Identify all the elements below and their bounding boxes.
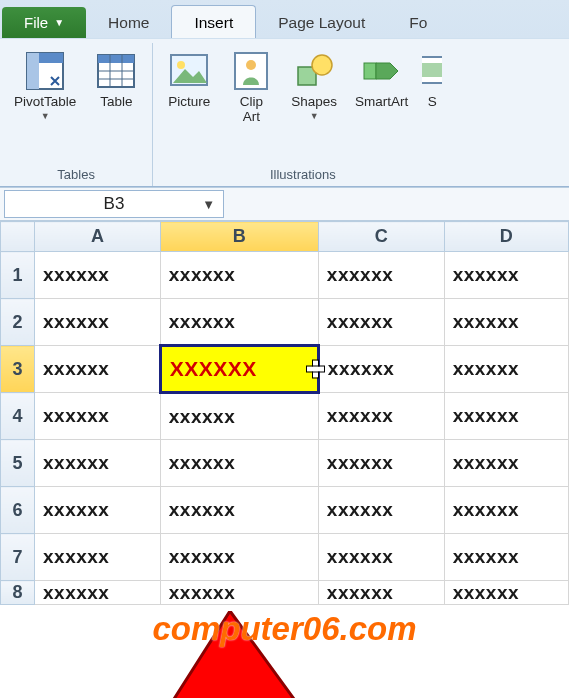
cell[interactable]: xxxxxx: [160, 252, 318, 299]
cell[interactable]: xxxxxx: [35, 581, 161, 605]
row-header[interactable]: 3: [1, 346, 35, 393]
file-tab-label: File: [24, 14, 48, 31]
cell[interactable]: xxxxxx: [35, 534, 161, 581]
chevron-down-icon[interactable]: ▼: [202, 197, 215, 212]
cell[interactable]: xxxxxx: [35, 487, 161, 534]
group-tables: PivotTable ▼ Table Tables: [0, 43, 153, 186]
cell[interactable]: xxxxxx: [160, 299, 318, 346]
cell[interactable]: xxxxxx: [160, 487, 318, 534]
cell[interactable]: xxxxxx: [444, 346, 568, 393]
row-header[interactable]: 5: [1, 440, 35, 487]
ribbon-tabs: File ▼ Home Insert Page Layout Fo: [0, 0, 569, 38]
group-label-illustrations: Illustrations: [163, 165, 442, 186]
svg-point-10: [177, 61, 185, 69]
cell[interactable]: xxxxxx: [444, 393, 568, 440]
cell[interactable]: xxxxxx: [444, 252, 568, 299]
tutorial-arrow-icon: [150, 611, 370, 698]
select-all-corner[interactable]: [1, 222, 35, 252]
chevron-down-icon: ▼: [54, 17, 64, 28]
chevron-down-icon: ▼: [310, 112, 319, 122]
screenshot-button[interactable]: S: [422, 47, 442, 165]
cell[interactable]: xxxxxx: [160, 534, 318, 581]
watermark-text: computer06.com: [152, 610, 416, 648]
cell[interactable]: xxxxxx: [444, 299, 568, 346]
pivottable-button[interactable]: PivotTable ▼: [10, 47, 80, 165]
cell[interactable]: xxxxxx: [35, 299, 161, 346]
cell[interactable]: xxxxxx: [444, 581, 568, 605]
row-header[interactable]: 8: [1, 581, 35, 605]
row-header[interactable]: 4: [1, 393, 35, 440]
row-header[interactable]: 7: [1, 534, 35, 581]
ribbon: File ▼ Home Insert Page Layout Fo PivotT…: [0, 0, 569, 187]
worksheet-grid[interactable]: ABCD1xxxxxxxxxxxxxxxxxxxxxxxx2xxxxxxxxxx…: [0, 221, 569, 605]
cell[interactable]: xxxxxx: [160, 581, 318, 605]
cell[interactable]: xxxxxx: [318, 581, 444, 605]
ribbon-body: PivotTable ▼ Table Tables: [0, 38, 569, 186]
clipart-button[interactable]: Clip Art: [225, 47, 277, 165]
cell[interactable]: xxxxxx: [318, 299, 444, 346]
picture-icon: [167, 49, 211, 93]
column-header[interactable]: A: [35, 222, 161, 252]
selected-cell[interactable]: XXXXXX: [160, 346, 318, 393]
row-header[interactable]: 1: [1, 252, 35, 299]
cell[interactable]: xxxxxx: [318, 534, 444, 581]
formula-bar-row: B3 ▼: [0, 187, 569, 221]
column-header[interactable]: B: [160, 222, 318, 252]
tab-page-layout[interactable]: Page Layout: [256, 6, 387, 38]
smartart-button[interactable]: SmartArt: [351, 47, 412, 165]
tab-home[interactable]: Home: [86, 6, 171, 38]
row-header[interactable]: 6: [1, 487, 35, 534]
cell[interactable]: xxxxxx: [160, 440, 318, 487]
table-button[interactable]: Table: [90, 47, 142, 165]
smartart-icon: [360, 49, 404, 93]
cell[interactable]: xxxxxx: [35, 346, 161, 393]
shapes-icon: [292, 49, 336, 93]
name-box[interactable]: B3 ▼: [4, 190, 224, 218]
tab-insert[interactable]: Insert: [171, 5, 256, 38]
svg-rect-17: [422, 63, 442, 77]
cell[interactable]: xxxxxx: [35, 393, 161, 440]
cell[interactable]: xxxxxx: [444, 534, 568, 581]
cell[interactable]: xxxxxx: [318, 440, 444, 487]
shapes-button[interactable]: Shapes ▼: [287, 47, 341, 165]
svg-rect-2: [27, 53, 39, 89]
pivottable-icon: [23, 49, 67, 93]
group-label-tables: Tables: [10, 165, 142, 186]
cell[interactable]: xxxxxx: [318, 393, 444, 440]
tab-formulas[interactable]: Fo: [387, 6, 449, 38]
cell[interactable]: xxxxxx: [318, 487, 444, 534]
svg-rect-4: [98, 55, 134, 63]
column-header[interactable]: C: [318, 222, 444, 252]
cell[interactable]: xxxxxx: [444, 487, 568, 534]
cell[interactable]: xxxxxx: [35, 252, 161, 299]
row-header[interactable]: 2: [1, 299, 35, 346]
cell[interactable]: xxxxxx: [35, 440, 161, 487]
screenshot-icon: [422, 49, 442, 93]
svg-point-12: [246, 60, 256, 70]
chevron-down-icon: ▼: [41, 112, 50, 122]
cell[interactable]: xxxxxx: [160, 393, 318, 440]
name-box-value: B3: [104, 194, 125, 214]
column-header[interactable]: D: [444, 222, 568, 252]
group-illustrations: Picture Clip Art: [153, 43, 452, 186]
file-tab[interactable]: File ▼: [2, 7, 86, 38]
cell[interactable]: xxxxxx: [318, 252, 444, 299]
clipart-icon: [229, 49, 273, 93]
svg-rect-15: [364, 63, 376, 79]
cell[interactable]: xxxxxx: [318, 346, 444, 393]
cell[interactable]: xxxxxx: [444, 440, 568, 487]
table-icon: [94, 49, 138, 93]
svg-point-14: [312, 55, 332, 75]
picture-button[interactable]: Picture: [163, 47, 215, 165]
